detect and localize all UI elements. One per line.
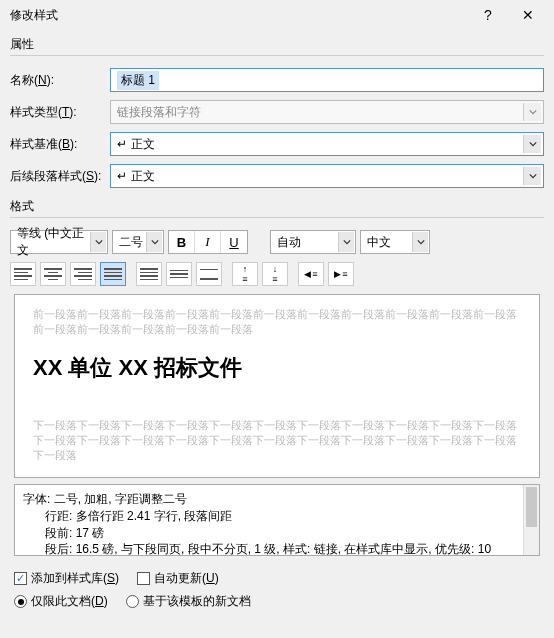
chevron-down-icon[interactable] (338, 232, 354, 252)
indent-group: ◀≡ ▶≡ (298, 262, 354, 286)
checkbox-checked-icon: ✓ (14, 572, 27, 585)
next-para-select[interactable]: ↵ 正文 (110, 164, 544, 188)
font-combo[interactable]: 等线 (中文正文 (10, 230, 108, 254)
name-value: 标题 1 (117, 71, 159, 90)
template-radio[interactable]: 基于该模板的新文档 (126, 593, 251, 610)
font-style-group: B I U (168, 230, 248, 254)
align-justify-button[interactable] (100, 262, 126, 286)
name-input[interactable]: 标题 1 (110, 68, 544, 92)
based-on-label: 样式基准(B): (10, 136, 110, 153)
para-spacing-group: ↑≡ ↓≡ (232, 262, 288, 286)
font-color-combo[interactable]: 自动 (270, 230, 356, 254)
preview-before-text: 前一段落前一段落前一段落前一段落前一段落前一段落前一段落前一段落前一段落前一段落… (33, 307, 521, 337)
divider (10, 217, 544, 218)
desc-line4: 段后: 16.5 磅, 与下段同页, 段中不分页, 1 级, 样式: 链接, 在… (23, 541, 531, 556)
this-document-label: 仅限此文档(D) (31, 593, 108, 610)
desc-line3: 段前: 17 磅 (23, 525, 531, 542)
chevron-down-icon[interactable] (412, 232, 428, 252)
preview-after-text: 下一段落下一段落下一段落下一段落下一段落下一段落下一段落下一段落下一段落下一段落… (33, 418, 521, 463)
underline-button[interactable]: U (221, 231, 247, 253)
spacing-1-5-button[interactable] (166, 262, 192, 286)
align-center-button[interactable] (40, 262, 66, 286)
script-combo[interactable]: 中文 (360, 230, 430, 254)
chevron-down-icon (523, 103, 541, 121)
desc-line2: 行距: 多倍行距 2.41 字行, 段落间距 (23, 508, 531, 525)
divider (10, 55, 544, 56)
preview-heading: XX 单位 XX 招标文件 (33, 353, 521, 383)
style-type-label: 样式类型(T): (10, 104, 110, 121)
section-properties: 属性 (0, 30, 554, 55)
preview-pane: 前一段落前一段落前一段落前一段落前一段落前一段落前一段落前一段落前一段落前一段落… (14, 294, 540, 478)
size-combo[interactable]: 二号 (112, 230, 164, 254)
scrollbar-thumb[interactable] (526, 487, 537, 527)
style-type-value: 链接段落和字符 (117, 104, 201, 121)
chevron-down-icon[interactable] (523, 135, 541, 153)
based-on-select[interactable]: ↵ 正文 (110, 132, 544, 156)
auto-update-label: 自动更新(U) (154, 570, 219, 587)
section-format: 格式 (0, 192, 554, 217)
add-to-gallery-checkbox[interactable]: ✓ 添加到样式库(S) (14, 570, 119, 587)
add-to-gallery-label: 添加到样式库(S) (31, 570, 119, 587)
return-icon: ↵ (117, 137, 127, 151)
font-value: 等线 (中文正文 (17, 225, 89, 259)
font-color-value: 自动 (277, 234, 301, 251)
space-before-dec-button[interactable]: ↓≡ (262, 262, 288, 286)
size-value: 二号 (119, 234, 143, 251)
spacing-2-button[interactable] (196, 262, 222, 286)
decrease-indent-button[interactable]: ◀≡ (298, 262, 324, 286)
next-para-label: 后续段落样式(S): (10, 168, 110, 185)
chevron-down-icon[interactable] (90, 232, 106, 252)
scrollbar[interactable] (523, 485, 539, 555)
style-type-select: 链接段落和字符 (110, 100, 544, 124)
return-icon: ↵ (117, 169, 127, 183)
align-left-button[interactable] (10, 262, 36, 286)
spacing-1-button[interactable] (136, 262, 162, 286)
alignment-group (10, 262, 126, 286)
bold-button[interactable]: B (169, 231, 195, 253)
close-button[interactable]: ✕ (508, 0, 548, 30)
description-box: 字体: 二号, 加粗, 字距调整二号 行距: 多倍行距 2.41 字行, 段落间… (14, 484, 540, 556)
auto-update-checkbox[interactable]: 自动更新(U) (137, 570, 219, 587)
checkbox-unchecked-icon (137, 572, 150, 585)
script-value: 中文 (367, 234, 391, 251)
line-spacing-group (136, 262, 222, 286)
name-label: 名称(N): (10, 72, 110, 89)
space-before-inc-button[interactable]: ↑≡ (232, 262, 258, 286)
dialog-title: 修改样式 (10, 7, 468, 24)
italic-button[interactable]: I (195, 231, 221, 253)
radio-unchecked-icon (126, 595, 139, 608)
this-document-radio[interactable]: 仅限此文档(D) (14, 593, 108, 610)
help-button[interactable]: ? (468, 0, 508, 30)
desc-line1: 字体: 二号, 加粗, 字距调整二号 (23, 491, 531, 508)
template-label: 基于该模板的新文档 (143, 593, 251, 610)
chevron-down-icon[interactable] (146, 232, 162, 252)
increase-indent-button[interactable]: ▶≡ (328, 262, 354, 286)
chevron-down-icon[interactable] (523, 167, 541, 185)
based-on-value: 正文 (131, 136, 155, 153)
align-right-button[interactable] (70, 262, 96, 286)
radio-checked-icon (14, 595, 27, 608)
next-para-value: 正文 (131, 168, 155, 185)
